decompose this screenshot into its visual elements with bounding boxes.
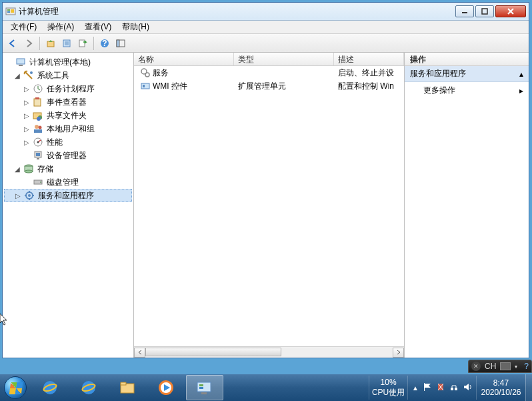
windows-orb-icon bbox=[4, 376, 27, 399]
mmc-window: 计算机管理 文件(F) 操作(A) 查看(V) 帮助(H) ? 计算机管理(本地… bbox=[2, 2, 529, 358]
svg-rect-23 bbox=[35, 97, 39, 99]
taskbar-media-player[interactable] bbox=[147, 375, 185, 400]
tree-label: 存储 bbox=[36, 163, 55, 175]
tree-system-tools[interactable]: ◢ 系统工具 bbox=[4, 69, 132, 82]
tree-pane[interactable]: 计算机管理(本地) ◢ 系统工具 ▷ 任务计划程序 ▷ 事件查看器 ▷ 共享文件… bbox=[3, 53, 134, 358]
help-button[interactable]: ? bbox=[97, 36, 112, 51]
scroll-thumb[interactable] bbox=[145, 348, 281, 356]
expander-icon[interactable]: ▷ bbox=[14, 192, 22, 199]
tree-disk-management[interactable]: 磁盘管理 bbox=[4, 175, 132, 189]
menu-action[interactable]: 操作(A) bbox=[42, 20, 79, 34]
svg-rect-29 bbox=[34, 129, 42, 133]
menubar: 文件(F) 操作(A) 查看(V) 帮助(H) bbox=[3, 21, 529, 34]
start-button[interactable] bbox=[0, 374, 31, 401]
up-button[interactable] bbox=[43, 36, 58, 51]
action-more[interactable]: 更多操作 ▸ bbox=[405, 82, 529, 99]
properties-button[interactable] bbox=[59, 36, 74, 51]
langbar-close-icon[interactable]: ✕ bbox=[471, 362, 481, 371]
expander-icon[interactable]: ◢ bbox=[13, 165, 21, 173]
tree-storage[interactable]: ◢ 存储 bbox=[4, 162, 132, 175]
security-icon[interactable] bbox=[436, 382, 445, 394]
langbar-label[interactable]: CH bbox=[485, 362, 496, 371]
expander-icon[interactable]: ▷ bbox=[23, 125, 31, 133]
list-body[interactable]: 服务 启动、终止并设 WMI 控件 扩展管理单元 配置和控制 Win bbox=[134, 66, 404, 346]
volume-icon[interactable] bbox=[463, 382, 472, 394]
window-title: 计算机管理 bbox=[19, 6, 455, 17]
scroll-track[interactable] bbox=[145, 348, 393, 358]
cpu-meter[interactable]: 10% CPU使用 bbox=[369, 376, 407, 400]
show-hide-tree-button[interactable] bbox=[113, 36, 128, 51]
tray-chevron-icon[interactable]: ▲ bbox=[412, 384, 419, 392]
tree-local-users[interactable]: ▷ 本地用户和组 bbox=[4, 122, 132, 135]
expander-icon[interactable]: ▷ bbox=[23, 99, 31, 106]
flag-icon[interactable] bbox=[423, 382, 432, 394]
svg-text:?: ? bbox=[102, 39, 107, 48]
list-row-wmi[interactable]: WMI 控件 扩展管理单元 配置和控制 Win bbox=[134, 79, 404, 93]
expander-icon[interactable]: ◢ bbox=[13, 72, 21, 79]
clock[interactable]: 8:47 2020/10/26 bbox=[476, 376, 525, 400]
taskbar[interactable]: 10% CPU使用 ▲ 8:47 2020/10/26 bbox=[0, 374, 532, 401]
svg-rect-45 bbox=[143, 85, 145, 87]
svg-rect-18 bbox=[17, 59, 25, 64]
menu-view[interactable]: 查看(V) bbox=[79, 20, 117, 34]
minimize-button[interactable] bbox=[455, 5, 474, 17]
tree-label: 性能 bbox=[45, 137, 64, 148]
network-icon[interactable] bbox=[449, 382, 459, 394]
svg-rect-22 bbox=[34, 99, 41, 106]
svg-point-28 bbox=[39, 126, 42, 129]
language-bar[interactable]: ✕ CH ▾ ? bbox=[468, 360, 532, 373]
svg-rect-19 bbox=[19, 65, 23, 66]
svg-rect-60 bbox=[451, 388, 453, 390]
taskbar-ie-1[interactable] bbox=[31, 375, 69, 400]
expander-icon[interactable]: ▷ bbox=[23, 139, 31, 146]
tree-label: 系统工具 bbox=[36, 70, 71, 81]
expander-icon[interactable]: ▷ bbox=[23, 112, 31, 119]
tree-label: 本地用户和组 bbox=[45, 123, 96, 135]
actions-pane: 操作 服务和应用程序 ▴ 更多操作 ▸ bbox=[405, 53, 529, 358]
tree-label: 任务计划程序 bbox=[45, 83, 96, 95]
svg-point-20 bbox=[30, 71, 33, 74]
column-type[interactable]: 类型 bbox=[234, 53, 334, 65]
show-desktop-button[interactable] bbox=[525, 374, 532, 401]
tree-root[interactable]: 计算机管理(本地) bbox=[4, 55, 132, 69]
scroll-left-button[interactable] bbox=[134, 348, 145, 358]
close-button[interactable] bbox=[495, 5, 526, 17]
keyboard-icon[interactable] bbox=[500, 362, 511, 370]
taskbar-mmc-active[interactable] bbox=[186, 375, 223, 400]
horizontal-scrollbar[interactable] bbox=[134, 346, 404, 358]
langbar-dropdown-icon[interactable]: ▾ bbox=[515, 364, 520, 370]
tree-label: 计算机管理(本地) bbox=[28, 57, 92, 68]
column-desc[interactable]: 描述 bbox=[334, 53, 404, 65]
scroll-right-button[interactable] bbox=[393, 348, 404, 358]
computer-icon bbox=[15, 57, 26, 67]
taskbar-ie-2[interactable] bbox=[70, 375, 107, 400]
tree-label: 事件查看器 bbox=[45, 97, 88, 108]
svg-rect-34 bbox=[36, 153, 40, 156]
svg-rect-8 bbox=[47, 41, 54, 47]
export-button[interactable] bbox=[75, 36, 90, 51]
tree-services-apps[interactable]: ▷ 服务和应用程序 bbox=[4, 189, 132, 202]
list-row-services[interactable]: 服务 启动、终止并设 bbox=[134, 66, 404, 79]
tree-performance[interactable]: ▷ 性能 bbox=[4, 135, 132, 149]
menu-help[interactable]: 帮助(H) bbox=[117, 20, 155, 34]
langbar-help-icon[interactable]: ? bbox=[524, 362, 529, 371]
expander-icon[interactable]: ▷ bbox=[23, 85, 31, 93]
forward-button[interactable] bbox=[21, 36, 36, 51]
svg-rect-1 bbox=[7, 9, 10, 11]
column-name[interactable]: 名称 bbox=[134, 53, 234, 65]
group-title-text: 服务和应用程序 bbox=[410, 68, 466, 79]
titlebar[interactable]: 计算机管理 bbox=[3, 3, 529, 21]
tree-event-viewer[interactable]: ▷ 事件查看器 bbox=[4, 95, 132, 109]
system-tray: 10% CPU使用 ▲ 8:47 2020/10/26 bbox=[369, 374, 532, 401]
tree-label: 磁盘管理 bbox=[45, 177, 80, 188]
chevron-right-icon: ▸ bbox=[519, 86, 523, 95]
taskbar-explorer[interactable] bbox=[109, 375, 146, 400]
tree-shared-folders[interactable]: ▷ 共享文件夹 bbox=[4, 109, 132, 122]
menu-file[interactable]: 文件(F) bbox=[5, 20, 42, 34]
tools-icon bbox=[23, 70, 34, 81]
tree-task-scheduler[interactable]: ▷ 任务计划程序 bbox=[4, 82, 132, 95]
tree-device-manager[interactable]: 设备管理器 bbox=[4, 149, 132, 162]
maximize-button[interactable] bbox=[475, 5, 494, 17]
actions-group-title[interactable]: 服务和应用程序 ▴ bbox=[405, 66, 529, 82]
back-button[interactable] bbox=[5, 36, 20, 51]
